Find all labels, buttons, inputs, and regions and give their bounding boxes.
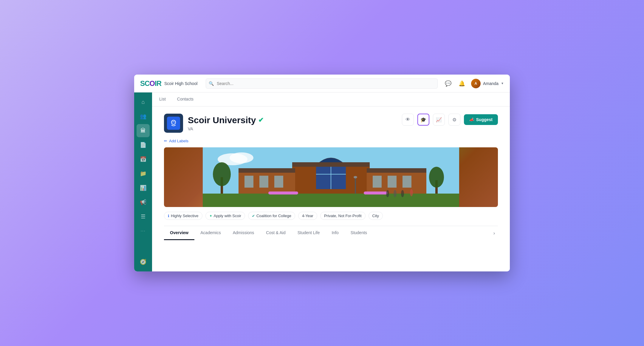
info-icon: ℹ xyxy=(168,214,169,218)
tag-4-year[interactable]: 4-Year xyxy=(298,212,317,220)
tab-admissions[interactable]: Admissions xyxy=(227,226,260,240)
add-labels-text: Add Labels xyxy=(169,139,188,143)
svg-rect-14 xyxy=(388,176,397,188)
svg-point-29 xyxy=(429,167,444,188)
tag-coalition-for-college[interactable]: ✔ Coalition for College xyxy=(248,212,295,220)
tag-apply-with-scoir[interactable]: ✦ Apply with Scoir xyxy=(205,212,245,220)
search-input[interactable] xyxy=(206,78,438,89)
user-name: Amanda xyxy=(483,81,499,86)
tab-nav: Overview Academics Admissions Cost & Aid… xyxy=(164,226,498,240)
sub-nav-list[interactable]: List xyxy=(158,92,167,106)
notifications-button[interactable]: 🔔 xyxy=(457,79,466,88)
nav-icons: 💬 🔔 A Amanda ▼ xyxy=(444,79,504,88)
tag-highly-selective-label: Highly Selective xyxy=(171,214,199,218)
college-state: VA xyxy=(188,126,264,131)
analytics-button[interactable]: 📈 xyxy=(433,114,445,126)
college-logo-inner xyxy=(167,117,180,130)
svg-point-22 xyxy=(386,190,389,197)
sidebar-item-compass[interactable]: 🧭 xyxy=(137,255,150,268)
tab-student-life[interactable]: Student Life xyxy=(292,226,326,240)
sidebar-item-home[interactable]: ⌂ xyxy=(137,95,150,109)
college-info: Scoir University ✔ VA xyxy=(164,114,264,133)
tab-info[interactable]: Info xyxy=(326,226,344,240)
sidebar-item-chart[interactable]: 📊 xyxy=(137,181,150,194)
svg-point-3 xyxy=(230,152,253,163)
content-area: Scoir University ✔ VA 👁 🎓 xyxy=(152,106,510,271)
hero-image-svg xyxy=(164,147,498,207)
tag-4-year-label: 4-Year xyxy=(302,214,313,218)
browser-window: SCOIR Scoir High School 🔍 💬 🔔 A Amanda ▼… xyxy=(134,75,510,271)
tag-highly-selective[interactable]: ℹ Highly Selective xyxy=(164,212,202,220)
tab-students[interactable]: Students xyxy=(345,226,373,240)
sub-nav-contacts[interactable]: Contacts xyxy=(176,92,195,106)
svg-rect-13 xyxy=(373,176,382,188)
svg-rect-10 xyxy=(244,176,253,188)
tab-chevron-icon[interactable]: › xyxy=(490,226,498,240)
tag-coalition-for-college-label: Coalition for College xyxy=(256,214,291,218)
svg-rect-19 xyxy=(203,194,459,207)
svg-rect-21 xyxy=(364,191,388,194)
sidebar-item-calendar[interactable]: 📅 xyxy=(137,153,150,166)
svg-point-23 xyxy=(394,190,397,197)
suggest-label: Suggest xyxy=(476,117,493,122)
add-labels-button[interactable]: ✏ Add Labels xyxy=(164,139,498,143)
tag-private-not-for-profit[interactable]: Private, Not For-Profit xyxy=(320,212,366,220)
svg-rect-15 xyxy=(402,176,411,188)
svg-rect-30 xyxy=(355,177,356,194)
college-title-area: Scoir University ✔ VA xyxy=(188,115,264,131)
college-header: Scoir University ✔ VA 👁 🎓 xyxy=(164,114,498,133)
school-name: Scoir High School xyxy=(164,81,197,86)
sidebar-item-users[interactable]: 👥 xyxy=(137,110,150,123)
svg-point-0 xyxy=(171,120,176,124)
svg-rect-11 xyxy=(259,176,268,188)
college-logo xyxy=(164,114,183,133)
avatar: A xyxy=(471,79,481,88)
top-nav: SCOIR Scoir High School 🔍 💬 🔔 A Amanda ▼ xyxy=(134,75,510,92)
college-name: Scoir University ✔ xyxy=(188,115,264,125)
tags-row: ℹ Highly Selective ✦ Apply with Scoir ✔ … xyxy=(164,212,498,220)
sidebar-item-college[interactable]: 🏛 xyxy=(137,124,150,137)
svg-point-25 xyxy=(410,189,413,196)
svg-rect-16 xyxy=(239,168,295,173)
svg-point-31 xyxy=(354,176,357,178)
tag-private-label: Private, Not For-Profit xyxy=(324,214,362,218)
verified-icon: ✔ xyxy=(258,116,264,124)
svg-rect-12 xyxy=(274,176,283,188)
graduation-button[interactable]: 🎓 xyxy=(417,114,429,126)
tab-overview[interactable]: Overview xyxy=(164,226,194,240)
svg-rect-17 xyxy=(292,162,370,167)
user-menu[interactable]: A Amanda ▼ xyxy=(471,79,504,88)
logo-area: SCOIR Scoir High School xyxy=(140,79,200,88)
sidebar-item-list[interactable]: ☰ xyxy=(137,210,150,223)
search-bar: 🔍 xyxy=(206,78,438,89)
college-name-text: Scoir University xyxy=(188,115,256,125)
eye-icon: 👁 xyxy=(405,117,410,122)
tab-academics[interactable]: Academics xyxy=(194,226,227,240)
svg-rect-20 xyxy=(268,191,298,194)
messages-button[interactable]: 💬 xyxy=(444,79,453,88)
college-logo-icon xyxy=(169,119,178,127)
tag-city[interactable]: City xyxy=(369,212,383,220)
tag-apply-with-scoir-label: Apply with Scoir xyxy=(214,214,241,218)
chart-icon: 📈 xyxy=(436,117,442,123)
settings-button[interactable]: ⚙ xyxy=(448,114,460,126)
app-logo: SCOIR xyxy=(140,79,161,88)
sidebar-item-folder[interactable]: 📁 xyxy=(137,167,150,180)
suggest-button[interactable]: 📣 Suggest xyxy=(464,114,498,125)
pencil-icon: ✏ xyxy=(164,139,167,143)
sidebar: ⌂ 👥 🏛 📄 📅 📁 📊 📢 ☰ ··· 🧭 xyxy=(134,92,152,271)
eye-button[interactable]: 👁 xyxy=(402,114,414,126)
sidebar-item-doc[interactable]: 📄 xyxy=(137,138,150,152)
hero-image xyxy=(164,147,498,207)
tag-city-label: City xyxy=(372,214,379,218)
search-icon: 🔍 xyxy=(209,81,214,86)
sidebar-item-more[interactable]: ··· xyxy=(137,224,150,237)
gear-icon: ⚙ xyxy=(452,117,456,123)
right-area: List Contacts xyxy=(152,92,510,271)
suggest-megaphone-icon: 📣 xyxy=(469,117,474,122)
svg-point-27 xyxy=(213,162,231,186)
coalition-icon: ✔ xyxy=(252,214,255,218)
sidebar-item-megaphone[interactable]: 📢 xyxy=(137,196,150,209)
header-actions: 👁 🎓 📈 ⚙ 📣 Suggest xyxy=(402,114,498,126)
tab-cost-aid[interactable]: Cost & Aid xyxy=(260,226,291,240)
